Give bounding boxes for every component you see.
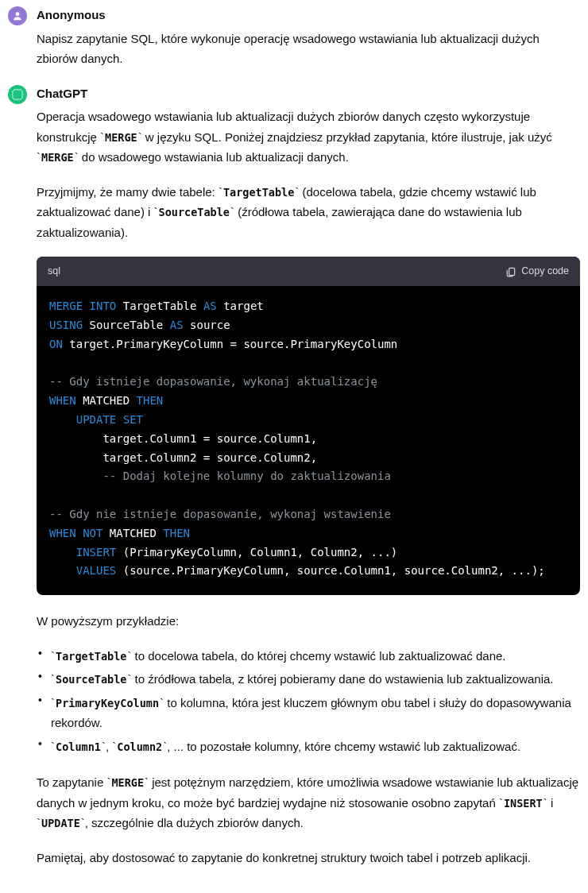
inline-code-merge: MERGE [41, 151, 75, 164]
inline-code: PrimaryKeyColumn [55, 697, 160, 709]
user-text: Napisz zapytanie SQL, które wykonuje ope… [37, 29, 580, 69]
assistant-text: Operacja wsadowego wstawiania lub aktual… [37, 106, 580, 868]
text-span: i [547, 796, 554, 810]
intro-para-2: Przyjmijmy, że mamy dwie tabele: `Target… [37, 182, 580, 243]
after-code-heading: W powyższym przykładzie: [37, 611, 580, 632]
code-block: sql Copy code MERGE INTO TargetTable AS … [37, 257, 580, 595]
inline-code: Column2 [116, 740, 163, 753]
inline-code-merge: MERGE [104, 131, 138, 144]
svg-point-0 [16, 12, 20, 16]
list-item: `Column1`, `Column2`, ... to pozostałe k… [37, 736, 580, 757]
text-span: to docelowa tabela, do której chcemy wst… [131, 649, 505, 663]
explanation-list: `TargetTable` to docelowa tabela, do któ… [37, 646, 580, 757]
inline-code-update: UPDATE [41, 817, 81, 829]
avatar-anonymous [8, 6, 27, 25]
inline-code: TargetTable [55, 650, 127, 663]
message-assistant: ChatGPT Operacja wsadowego wstawiania lu… [8, 83, 580, 868]
avatar-chatgpt [8, 85, 27, 104]
inline-code: Column1 [55, 740, 102, 753]
openai-icon [11, 88, 24, 101]
code-header: sql Copy code [37, 257, 580, 286]
outro-para-2: Pamiętaj, aby dostosować to zapytanie do… [37, 848, 580, 868]
outro-para-1: To zapytanie `MERGE` jest potężnym narzę… [37, 772, 580, 833]
text-span: , [106, 740, 112, 753]
author-label: ChatGPT [37, 83, 580, 104]
code-language-label: sql [48, 263, 60, 280]
copy-code-button[interactable]: Copy code [505, 263, 569, 280]
svg-rect-1 [509, 268, 515, 275]
list-item: `TargetTable` to docelowa tabela, do któ… [37, 646, 580, 667]
intro-para-1: Operacja wsadowego wstawiania lub aktual… [37, 106, 580, 168]
inline-code-insert: INSERT [503, 797, 544, 810]
text-span: , ... to pozostałe kolumny, które chcemy… [167, 740, 520, 753]
clipboard-icon [505, 266, 516, 277]
person-icon [12, 10, 23, 21]
text-span: w języku SQL. Poniżej znajdziesz przykła… [142, 130, 552, 144]
text-span: Przyjmijmy, że mamy dwie tabele: [37, 185, 219, 199]
author-label: Anonymous [37, 5, 580, 25]
text-span: do wsadowego wstawiania lub aktualizacji… [79, 150, 349, 164]
text-span: To zapytanie [37, 775, 106, 789]
code-body[interactable]: MERGE INTO TargetTable AS target USING S… [37, 286, 580, 595]
text-span: , szczególnie dla dużych zbiorów danych. [85, 816, 304, 829]
copy-code-label: Copy code [521, 263, 569, 280]
inline-code-targettable: TargetTable [222, 186, 295, 199]
text-span: to źródłowa tabela, z której pobieramy d… [131, 672, 553, 686]
message-user-content: Anonymous Napisz zapytanie SQL, które wy… [37, 5, 580, 69]
inline-code-merge: MERGE [110, 776, 145, 789]
message-user: Anonymous Napisz zapytanie SQL, które wy… [8, 5, 580, 69]
inline-code-sourcetable: SourceTable [158, 206, 230, 218]
inline-code: SourceTable [55, 673, 127, 686]
list-item: `SourceTable` to źródłowa tabela, z któr… [37, 669, 580, 690]
message-assistant-content: ChatGPT Operacja wsadowego wstawiania lu… [37, 83, 580, 868]
list-item: `PrimaryKeyColumn` to kolumna, która jes… [37, 693, 580, 733]
